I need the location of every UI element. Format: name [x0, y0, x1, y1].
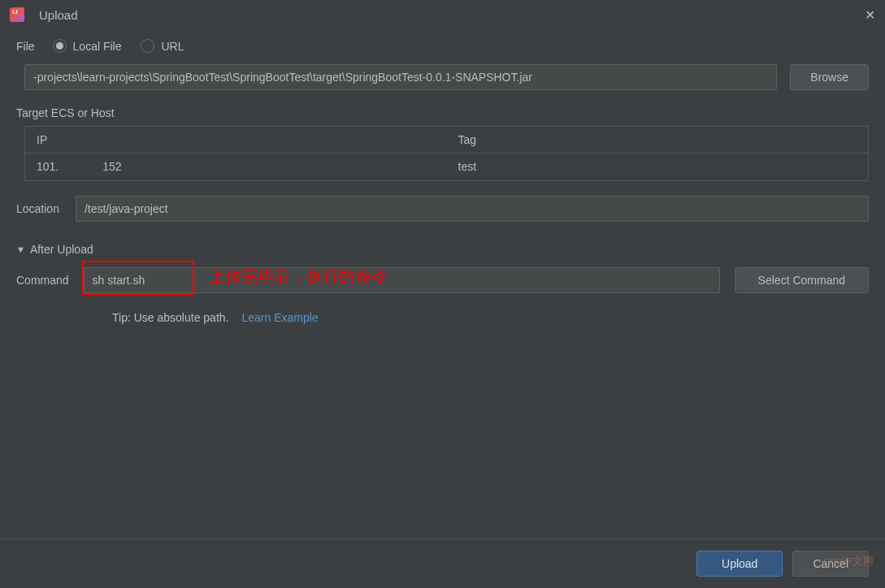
target-table: IP Tag 101.152 test	[24, 126, 869, 181]
browse-button[interactable]: Browse	[790, 64, 869, 90]
radio-selected-icon	[53, 39, 67, 53]
after-upload-label: After Upload	[30, 243, 93, 256]
command-input[interactable]	[84, 267, 720, 293]
cell-ip: 101.152	[25, 153, 447, 180]
after-upload-header[interactable]: ▼ After Upload	[16, 243, 869, 256]
cancel-button[interactable]: Cancel	[792, 551, 869, 577]
radio-local-label: Local File	[73, 40, 122, 53]
col-tag[interactable]: Tag	[447, 127, 869, 153]
radio-local-file[interactable]: Local File	[53, 39, 122, 53]
learn-example-link[interactable]: Learn Example	[241, 311, 318, 324]
file-path-input[interactable]	[24, 64, 777, 90]
tip-text: Tip: Use absolute path.	[112, 311, 228, 324]
radio-url-label: URL	[161, 40, 184, 53]
dialog-title: Upload	[39, 8, 78, 22]
select-command-button[interactable]: Select Command	[735, 267, 869, 293]
close-icon[interactable]: ✕	[864, 9, 875, 20]
redacted-ip	[60, 161, 101, 174]
app-icon	[10, 7, 24, 22]
upload-button[interactable]: Upload	[696, 551, 783, 577]
table-row[interactable]: 101.152 test	[25, 153, 868, 180]
chevron-down-icon: ▼	[16, 244, 25, 254]
cell-tag: test	[447, 153, 869, 180]
dialog-footer: Upload Cancel	[0, 538, 885, 588]
location-input[interactable]	[76, 196, 869, 222]
col-ip[interactable]: IP	[25, 127, 447, 153]
target-label: Target ECS or Host	[16, 106, 869, 119]
radio-url[interactable]: URL	[141, 39, 184, 53]
file-label: File	[16, 40, 35, 53]
radio-unselected-icon	[141, 39, 154, 53]
location-label: Location	[16, 202, 59, 215]
titlebar: Upload ✕	[0, 0, 885, 29]
command-label: Command	[16, 274, 69, 287]
